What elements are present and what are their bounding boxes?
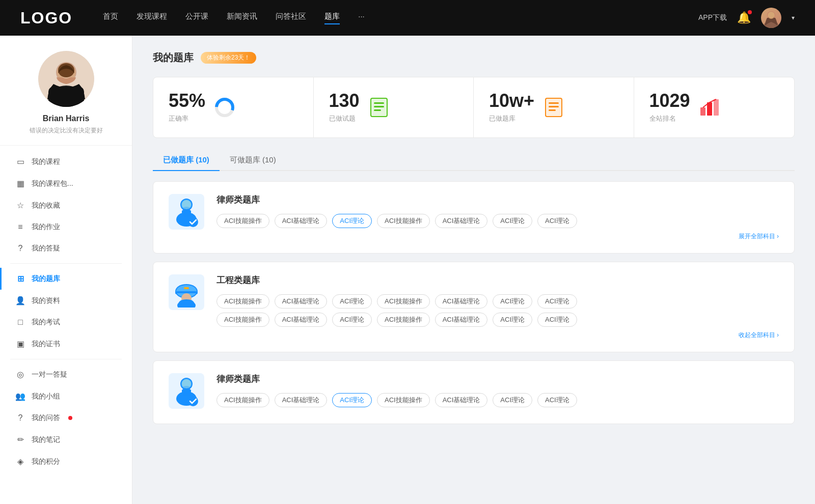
- tag-lawyer2-7[interactable]: ACI理论: [537, 393, 577, 407]
- tag-lawyer2-4[interactable]: ACI技能操作: [377, 393, 430, 407]
- navbar: LOGO 首页 发现课程 公开课 新闻资讯 问答社区 题库 ··· APP下载 …: [0, 0, 815, 36]
- divider-1: [10, 263, 122, 264]
- sidebar-item-profile[interactable]: 👤 我的资料: [0, 290, 132, 312]
- sidebar-item-certificate[interactable]: ▣ 我的证书: [0, 333, 132, 355]
- bank-icon-engineer: [169, 274, 204, 310]
- tag-eng-8[interactable]: ACI技能操作: [216, 313, 269, 327]
- engineer-card-content: 工程类题库 ACI技能操作 ACI基础理论 ACI理论 ACI技能操作 ACI基…: [216, 274, 779, 340]
- stat-ranking-label: 全站排名: [649, 114, 690, 123]
- sidebar: Brian Harris 错误的决定比没有决定要好 ▭ 我的课程 ▦ 我的课程包…: [0, 36, 132, 504]
- nav-qa[interactable]: 问答社区: [276, 12, 306, 24]
- avatar-svg: [38, 51, 94, 107]
- tag-eng-6[interactable]: ACI理论: [493, 294, 532, 309]
- tag-eng-7[interactable]: ACI理论: [537, 294, 577, 309]
- tag-eng-9[interactable]: ACI基础理论: [275, 313, 328, 327]
- sidebar-item-courses[interactable]: ▭ 我的课程: [0, 151, 132, 173]
- sidebar-item-notes[interactable]: ✏ 我的笔记: [0, 429, 132, 451]
- stat-banks: 10w+ 已做题库: [474, 77, 634, 137]
- tag-lawyer2-5[interactable]: ACI基础理论: [435, 393, 488, 407]
- stat-accuracy-text: 55% 正确率: [169, 92, 205, 123]
- avatar-img: [761, 8, 781, 28]
- tag-eng-5[interactable]: ACI基础理论: [435, 294, 488, 309]
- nav-home[interactable]: 首页: [103, 12, 118, 24]
- profile-avatar: [38, 51, 94, 107]
- stat-accuracy-value: 55%: [169, 92, 205, 110]
- tag-eng-11[interactable]: ACI技能操作: [377, 313, 430, 327]
- tag-eng-12[interactable]: ACI基础理论: [435, 313, 488, 327]
- sidebar-menu: ▭ 我的课程 ▦ 我的课程包... ☆ 我的收藏 ≡ 我的作业 ? 我的答疑 ⊞: [0, 151, 132, 472]
- tag-eng-10[interactable]: ACI理论: [332, 313, 372, 327]
- avatar[interactable]: [761, 8, 781, 28]
- tag-lawyer1-4[interactable]: ACI技能操作: [377, 214, 430, 228]
- questions-badge: [68, 416, 72, 420]
- tag-eng-4[interactable]: ACI技能操作: [377, 294, 430, 309]
- sidebar-item-exam[interactable]: □ 我的考试: [0, 312, 132, 333]
- tag-lawyer2-6[interactable]: ACI理论: [493, 393, 532, 407]
- chevron-down-icon[interactable]: ▾: [792, 14, 795, 21]
- tag-lawyer1-1[interactable]: ACI技能操作: [216, 214, 269, 228]
- nav-news[interactable]: 新闻资讯: [227, 12, 257, 24]
- stat-ranking-value: 1029: [649, 92, 690, 110]
- engineer-card-collapse[interactable]: 收起全部科目 ›: [216, 331, 779, 340]
- sidebar-profile: Brian Harris 错误的决定比没有决定要好: [0, 51, 132, 146]
- sidebar-item-points[interactable]: ◈ 我的积分: [0, 451, 132, 472]
- svg-rect-22: [549, 109, 556, 111]
- stat-banks-label: 已做题库: [489, 114, 534, 123]
- sidebar-item-course-packages[interactable]: ▦ 我的课程包...: [0, 173, 132, 194]
- sidebar-item-qa[interactable]: ? 我的答疑: [0, 238, 132, 259]
- bell-button[interactable]: 🔔: [737, 11, 751, 24]
- packages-icon: ▦: [15, 179, 25, 188]
- tag-lawyer1-5[interactable]: ACI基础理论: [435, 214, 488, 228]
- notes-icon: ✏: [15, 435, 25, 444]
- tag-lawyer2-3[interactable]: ACI理论: [332, 393, 372, 407]
- tab-done[interactable]: 已做题库 (10): [153, 150, 220, 171]
- engineer-card-title: 工程类题库: [216, 274, 779, 286]
- tag-eng-1[interactable]: ACI技能操作: [216, 294, 269, 309]
- cert-icon: ▣: [15, 339, 25, 349]
- lawyer-card-1-title: 律师类题库: [216, 194, 779, 206]
- logo: LOGO: [20, 9, 72, 27]
- bank-icon: ⊞: [15, 274, 25, 284]
- sidebar-item-favorites[interactable]: ☆ 我的收藏: [0, 194, 132, 216]
- lawyer-card-1-expand[interactable]: 展开全部科目 ›: [216, 232, 779, 241]
- tag-lawyer1-3[interactable]: ACI理论: [332, 214, 372, 228]
- stat-questions-label: 已做试题: [329, 114, 360, 123]
- qa-icon: ?: [15, 244, 25, 253]
- sidebar-item-bank[interactable]: ⊞ 我的题库: [0, 268, 132, 290]
- stat-questions: 130 已做试题: [314, 77, 474, 137]
- svg-point-12: [220, 102, 230, 113]
- tag-eng-3[interactable]: ACI理论: [332, 294, 372, 309]
- stat-accuracy-label: 正确率: [169, 114, 205, 123]
- bank-card-lawyer-2: 律师类题库 ACI技能操作 ACI基础理论 ACI理论 ACI技能操作 ACI基…: [153, 360, 795, 424]
- tag-lawyer2-2[interactable]: ACI基础理论: [275, 393, 328, 407]
- tag-eng-2[interactable]: ACI基础理论: [275, 294, 328, 309]
- page-header: 我的题库 体验剩余23天！: [153, 51, 795, 65]
- bank-icon-lawyer-2: [169, 373, 204, 409]
- bar-chart-icon: [698, 96, 721, 119]
- stat-accuracy: 55% 正确率: [153, 77, 314, 137]
- sidebar-item-group[interactable]: 👥 我的小组: [0, 385, 132, 407]
- courses-icon: ▭: [15, 157, 25, 166]
- stats-row: 55% 正确率 130 已做试题: [153, 77, 795, 138]
- tab-available[interactable]: 可做题库 (10): [220, 150, 286, 171]
- nav-open[interactable]: 公开课: [185, 12, 208, 24]
- tag-lawyer1-6[interactable]: ACI理论: [493, 214, 532, 228]
- nav-more[interactable]: ···: [358, 12, 365, 24]
- stat-questions-text: 130 已做试题: [329, 92, 360, 123]
- sidebar-item-questions[interactable]: ? 我的问答: [0, 407, 132, 429]
- tag-lawyer2-1[interactable]: ACI技能操作: [216, 393, 269, 407]
- bell-dot: [748, 10, 752, 14]
- app-download[interactable]: APP下载: [698, 13, 727, 22]
- tag-eng-13[interactable]: ACI理论: [493, 313, 532, 327]
- profile-icon: 👤: [15, 296, 25, 305]
- engineer-icon-circle: [169, 274, 204, 310]
- sidebar-item-homework[interactable]: ≡ 我的作业: [0, 216, 132, 238]
- engineer-card-tags-row1: ACI技能操作 ACI基础理论 ACI理论 ACI技能操作 ACI基础理论 AC…: [216, 294, 779, 309]
- tag-lawyer1-7[interactable]: ACI理论: [537, 214, 577, 228]
- nav-discover[interactable]: 发现课程: [137, 12, 167, 24]
- sidebar-item-tutoring[interactable]: ◎ 一对一答疑: [0, 363, 132, 385]
- tag-eng-14[interactable]: ACI理论: [537, 313, 577, 327]
- stat-banks-text: 10w+ 已做题库: [489, 92, 534, 123]
- nav-bank[interactable]: 题库: [324, 12, 340, 24]
- tag-lawyer1-2[interactable]: ACI基础理论: [275, 214, 328, 228]
